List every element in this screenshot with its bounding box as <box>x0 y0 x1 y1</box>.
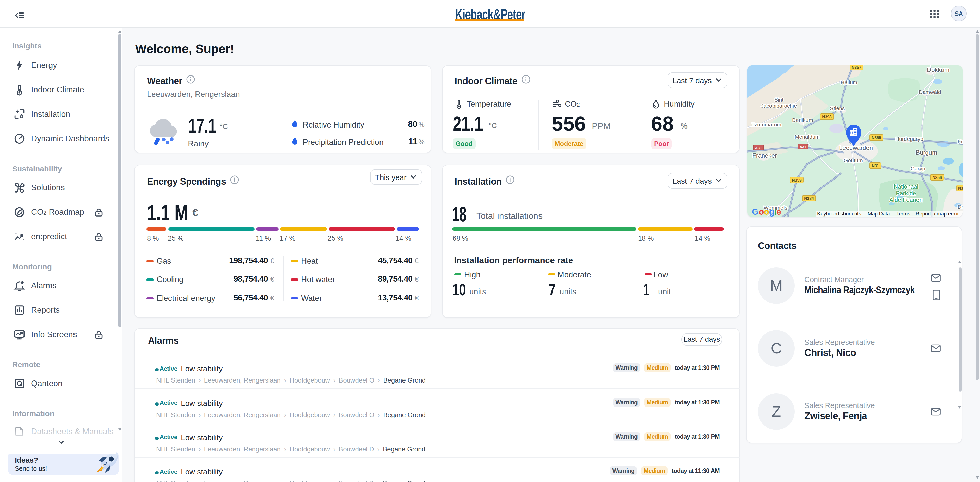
svg-text:Terms: Terms <box>896 211 910 217</box>
svg-text:Alde Feanen: Alde Feanen <box>889 197 923 203</box>
svg-text:Dokkum: Dokkum <box>927 66 950 73</box>
svg-text:Nationaal: Nationaal <box>894 183 918 190</box>
svg-text:N356: N356 <box>932 176 942 180</box>
svg-text:N398: N398 <box>822 115 832 119</box>
svg-text:Burgum: Burgum <box>916 149 937 156</box>
svg-text:Leeuwarden: Leeuwarden <box>839 144 873 151</box>
svg-text:Garyp: Garyp <box>911 165 925 171</box>
svg-text:Dra: Dra <box>958 204 963 209</box>
svg-text:Stiens: Stiens <box>830 105 845 111</box>
svg-text:G: G <box>752 207 759 217</box>
svg-text:N357: N357 <box>852 65 861 70</box>
svg-text:Hallum: Hallum <box>841 79 857 85</box>
svg-text:o: o <box>764 207 769 217</box>
svg-text:Report a map error: Report a map error <box>916 211 959 217</box>
svg-text:A31: A31 <box>755 146 762 150</box>
svg-text:Damwâld: Damwâld <box>919 89 941 95</box>
svg-text:o: o <box>759 207 764 217</box>
svg-text:N355: N355 <box>872 136 881 140</box>
svg-text:e: e <box>776 207 781 217</box>
svg-text:Park de: Park de <box>896 190 916 197</box>
svg-text:N359: N359 <box>792 178 802 182</box>
svg-text:Franeker: Franeker <box>752 152 777 159</box>
svg-text:Jacobiparochie: Jacobiparochie <box>761 103 797 109</box>
svg-text:Menaldum: Menaldum <box>795 134 820 140</box>
svg-text:Berlikum: Berlikum <box>792 117 813 123</box>
svg-text:Sint: Sint <box>774 97 783 103</box>
svg-text:Map Data: Map Data <box>868 211 890 217</box>
svg-text:Keyboard shortcuts: Keyboard shortcuts <box>817 211 861 217</box>
svg-text:A31: A31 <box>800 145 806 149</box>
svg-text:Goutum: Goutum <box>844 157 863 163</box>
svg-text:N384: N384 <box>804 197 814 201</box>
svg-text:g: g <box>769 207 774 217</box>
svg-text:N3: N3 <box>958 186 963 190</box>
svg-text:Hurdegaryp: Hurdegaryp <box>895 136 923 142</box>
svg-text:Tzummarum: Tzummarum <box>751 122 781 127</box>
svg-text:N31: N31 <box>872 164 879 168</box>
svg-text:Koots: Koots <box>958 138 963 144</box>
svg-text:l: l <box>774 207 776 217</box>
